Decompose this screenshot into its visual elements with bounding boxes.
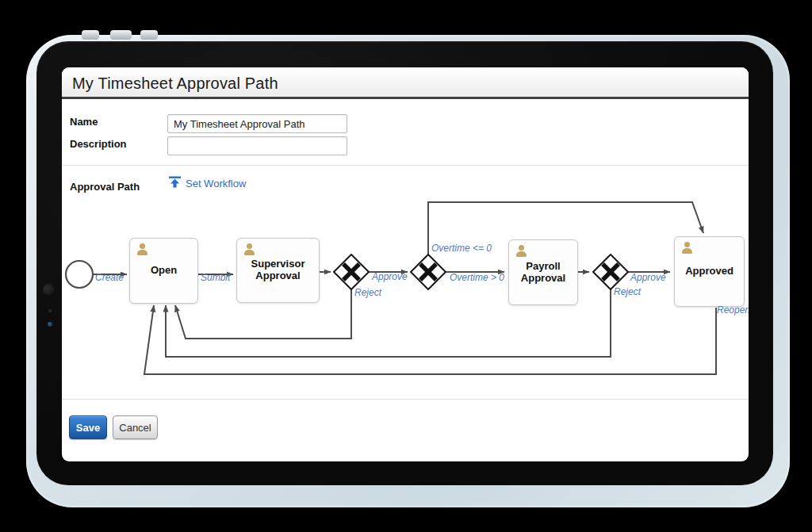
flow-label-overtime-le: Overtime <= 0 bbox=[431, 243, 492, 254]
front-camera-icon bbox=[43, 284, 54, 295]
flow-label-approve-1: Approve bbox=[371, 271, 408, 282]
exclusive-gateway-1 bbox=[334, 255, 369, 289]
flow-label-approve-2: Approve bbox=[630, 272, 666, 283]
description-label: Description bbox=[70, 138, 127, 150]
exclusive-gateway-3 bbox=[593, 255, 628, 289]
set-workflow-icon bbox=[168, 175, 182, 189]
name-input[interactable] bbox=[167, 114, 347, 133]
page-title: My Timesheet Approval Path bbox=[62, 67, 749, 93]
app-screen: My Timesheet Approval Path Name Descript… bbox=[62, 67, 749, 461]
exclusive-gateway-2 bbox=[411, 255, 446, 289]
tablet-power-button bbox=[140, 30, 158, 40]
name-label: Name bbox=[70, 116, 98, 128]
flow-reopen bbox=[144, 305, 716, 374]
flow-label-reject-1: Reject bbox=[354, 287, 382, 298]
flow-label-submit: Sumbit bbox=[201, 272, 231, 283]
set-workflow-link[interactable]: Set Workflow bbox=[186, 178, 246, 189]
flow-label-overtime-gt: Overtime > 0 bbox=[450, 272, 504, 283]
title-bar: My Timesheet Approval Path bbox=[62, 67, 749, 99]
tablet-mockup: My Timesheet Approval Path Name Descript… bbox=[0, 0, 812, 532]
tablet-volume-button bbox=[110, 30, 132, 40]
start-event-circle bbox=[66, 261, 93, 288]
description-input[interactable] bbox=[167, 136, 347, 155]
workflow-diagram: Create Sumbit Approve Reject Overtime <=… bbox=[62, 190, 749, 396]
camera-lens-icon bbox=[48, 322, 52, 327]
flow-label-reject-2: Reject bbox=[614, 286, 642, 297]
cancel-button[interactable]: Cancel bbox=[113, 415, 158, 439]
flow-reject-2 bbox=[166, 289, 611, 357]
section-divider bbox=[62, 165, 749, 166]
tablet-volume-button bbox=[82, 30, 99, 40]
flow-reject-1 bbox=[175, 289, 351, 339]
sensor-dot-icon bbox=[48, 309, 52, 312]
flow-label-reopen: Reopen bbox=[717, 304, 749, 316]
flow-label-create: Create bbox=[95, 272, 124, 283]
footer-divider bbox=[62, 399, 749, 400]
save-button[interactable]: Save bbox=[69, 415, 107, 439]
